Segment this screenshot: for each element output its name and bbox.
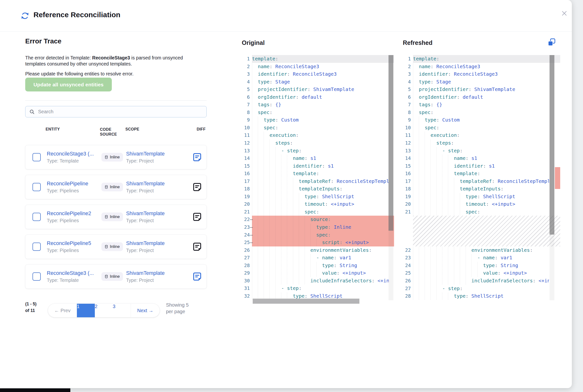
code-line: 18templateInputs: <box>242 185 394 193</box>
diff-note-icon[interactable] <box>192 212 202 222</box>
line-number: 25— <box>242 239 252 246</box>
database-icon <box>104 274 108 278</box>
diff-note-icon[interactable] <box>192 152 202 162</box>
code-line: 31- step: <box>242 284 394 292</box>
row-checkbox[interactable] <box>32 213 41 221</box>
scope-name-link[interactable]: ShivamTemplate <box>126 240 192 246</box>
entity-name-link[interactable]: ReconcileStage3 (... <box>47 270 101 276</box>
database-icon <box>104 155 108 159</box>
row-checkbox[interactable] <box>32 153 41 161</box>
next-page-button[interactable]: Next → <box>131 304 160 317</box>
code-line: 25value: <+input> <box>403 269 560 277</box>
original-vertical-scrollbar-thumb[interactable] <box>389 55 393 231</box>
line-number: 4 <box>403 78 413 86</box>
line-number: 11 <box>403 132 413 139</box>
line-number: 5 <box>403 86 413 94</box>
row-checkbox[interactable] <box>32 272 41 281</box>
scope-type-label: Type: Project <box>126 188 192 194</box>
diff-fold-dash: — <box>250 216 253 224</box>
line-number: 25 <box>403 269 413 277</box>
entity-name-link[interactable]: ReconcilePipeline <box>47 181 101 187</box>
line-number: 10 <box>403 124 413 132</box>
code-line: 10spec: <box>242 124 394 132</box>
diff-note-icon[interactable] <box>192 272 202 282</box>
page-button-3[interactable]: 3 <box>113 304 131 317</box>
code-line: 11execution: <box>242 132 394 139</box>
entity-cell: ReconcileStage3 (... Type: Template <box>47 151 101 164</box>
search-box <box>25 106 207 118</box>
line-number: 13 <box>242 147 252 155</box>
scope-name-link[interactable]: ShivamTemplate <box>126 210 192 216</box>
scope-type-label: Type: Project <box>126 158 192 164</box>
refreshed-code-editor: 1template:2name: ReconcileStage33identif… <box>403 55 560 300</box>
code-line: 24—spec: <box>242 231 394 239</box>
entity-type-label: Type: Pipelines <box>47 188 101 194</box>
scope-name-link[interactable]: ShivamTemplate <box>126 181 192 187</box>
code-line: 11execution: <box>403 132 560 139</box>
line-number: 3 <box>403 70 413 78</box>
line-number: 2 <box>242 63 252 70</box>
scope-cell: ShivamTemplate Type: Project <box>126 240 192 253</box>
line-number: 29 <box>242 269 252 277</box>
line-number: 8 <box>403 109 413 116</box>
diff-note-icon[interactable] <box>192 182 202 192</box>
search-input[interactable] <box>37 109 206 115</box>
line-number: 3 <box>242 70 252 78</box>
line-number: 22— <box>242 216 252 224</box>
entity-name-link[interactable]: ReconcilePipeline5 <box>47 240 101 246</box>
page-button-2[interactable]: 2 <box>95 304 113 317</box>
code-source-label: Inline <box>110 184 120 190</box>
reference-reconciliation-dialog: Reference Reconciliation Error Trace The… <box>0 0 572 388</box>
line-number: 21 <box>242 208 252 216</box>
code-line: 12steps: <box>403 139 560 147</box>
code-source-badge: Inline <box>101 242 123 251</box>
line-number: 9 <box>403 116 413 124</box>
code-line: 14name: s1 <box>403 154 560 162</box>
code-line: 4type: Stage <box>403 78 560 86</box>
column-header-scope: SCOPE <box>125 127 139 132</box>
code-line: 7tags: {} <box>242 101 394 109</box>
scope-name-link[interactable]: ShivamTemplate <box>126 270 192 276</box>
diff-note-icon[interactable] <box>192 242 202 252</box>
line-number: 23 <box>403 254 413 262</box>
line-number: 6 <box>242 94 252 101</box>
original-code-editor: 1template:2name: ReconcileStage33identif… <box>242 55 394 300</box>
entity-list: ReconcileStage3 (... Type: Template Inli… <box>25 145 207 294</box>
update-all-unsynced-button[interactable]: Update all unsynced entities <box>25 78 112 92</box>
scope-name-link[interactable]: ShivamTemplate <box>126 151 192 157</box>
code-source-label: Inline <box>110 155 120 160</box>
copy-icon[interactable] <box>547 38 556 47</box>
entity-type-label: Type: Pipelines <box>47 248 101 253</box>
original-horizontal-scrollbar-thumb[interactable] <box>253 298 359 304</box>
code-line: 1template: <box>403 55 560 63</box>
row-checkbox[interactable] <box>32 242 41 251</box>
code-line: 14name: s1 <box>242 154 394 162</box>
entity-name-link[interactable]: ReconcileStage3 (... <box>47 151 101 157</box>
code-line: 5projectIdentifier: ShivamTemplate <box>242 86 394 94</box>
close-icon[interactable] <box>560 9 569 18</box>
entity-cell: ReconcileStage3 (... Type: Template <box>47 270 101 283</box>
code-source-badge: Inline <box>101 212 123 221</box>
table-row: ReconcileStage3 (... Type: Template Inli… <box>25 264 207 289</box>
entity-name-link[interactable]: ReconcilePipeline2 <box>47 210 101 216</box>
code-line: 13- step: <box>403 147 560 155</box>
diff-fold-dash: — <box>250 224 253 231</box>
prev-page-button[interactable]: ← Prev <box>48 304 77 317</box>
table-row: ReconcileStage3 (... Type: Template Inli… <box>25 145 207 169</box>
database-icon <box>104 215 108 219</box>
entity-type-label: Type: Template <box>47 278 101 283</box>
row-checkbox[interactable] <box>32 183 41 191</box>
page-button-1[interactable]: 1 <box>77 304 95 317</box>
entity-cell: ReconcilePipeline2 Type: Pipelines <box>47 210 101 224</box>
line-number: 28 <box>403 292 413 300</box>
code-source-badge: Inline <box>101 272 123 281</box>
refreshed-vertical-scrollbar-thumb[interactable] <box>550 55 554 234</box>
line-number: 22 <box>403 246 413 254</box>
line-number: 1 <box>403 55 413 63</box>
sync-icon <box>20 11 29 20</box>
code-line: 21spec: <box>242 208 394 216</box>
code-line: 18templateInputs: <box>403 185 560 193</box>
table-header: ENTITY CODE SOURCE SCOPE DIFF <box>25 127 207 143</box>
line-number: 18 <box>403 185 413 193</box>
dialog-header: Reference Reconciliation <box>0 0 572 32</box>
